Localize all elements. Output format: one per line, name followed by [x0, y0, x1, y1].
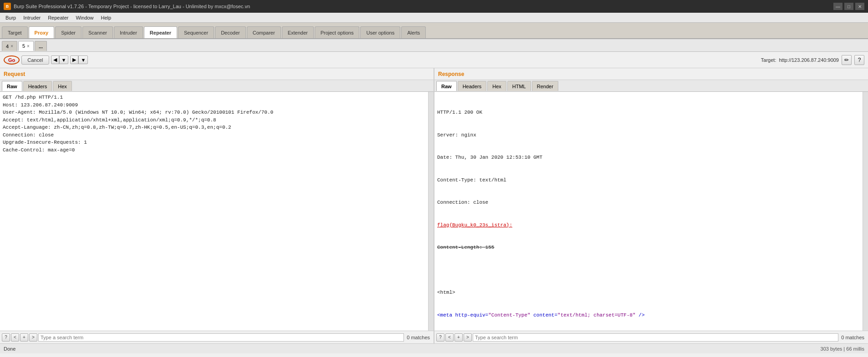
tab-extender[interactable]: Extender: [282, 26, 314, 38]
cancel-button[interactable]: Cancel: [21, 55, 49, 65]
response-tab-render[interactable]: Render: [532, 81, 558, 91]
response-line-2: Date: Thu, 30 Jan 2020 12:53:10 GMT: [437, 154, 860, 161]
tab-proxy[interactable]: Proxy: [29, 26, 55, 38]
target-label: Target:: [761, 57, 776, 63]
menu-window[interactable]: Window: [72, 14, 97, 21]
target-edit-button[interactable]: ✏: [842, 55, 852, 65]
request-tab-headers[interactable]: Headers: [23, 81, 52, 91]
request-search-help[interactable]: ?: [2, 333, 10, 342]
response-line-7: <html>: [437, 289, 860, 297]
menu-repeater[interactable]: Repeater: [44, 14, 72, 21]
response-search-matches: 0 matches: [839, 335, 866, 340]
response-search-help[interactable]: ?: [436, 333, 444, 342]
target-help-button[interactable]: ?: [854, 55, 864, 65]
menu-help[interactable]: Help: [97, 14, 115, 21]
nav-next-down-button[interactable]: ▼: [78, 55, 88, 64]
request-tab-hex[interactable]: Hex: [53, 81, 72, 91]
request-search-next[interactable]: >: [29, 333, 37, 342]
tab-sequencer[interactable]: Sequencer: [178, 26, 214, 38]
status-right: 303 bytes | 66 millis: [821, 346, 864, 352]
response-search-prev[interactable]: <: [445, 333, 454, 342]
response-panel-header: Response: [434, 68, 868, 80]
go-button[interactable]: Go: [4, 55, 20, 65]
response-search-next[interactable]: >: [464, 333, 472, 342]
target-info: Target: http://123.206.87.240:9009 ✏ ?: [761, 55, 864, 65]
tab-comparer[interactable]: Comparer: [247, 26, 281, 38]
tab-intruder[interactable]: Intruder: [114, 26, 143, 38]
response-search-input[interactable]: [473, 333, 838, 342]
response-line-6: Content-Length: 155: [437, 244, 860, 251]
repeater-tab-5-label: 5: [22, 43, 25, 49]
response-panel-title: Response: [438, 71, 464, 77]
app-icon: B: [4, 3, 11, 10]
response-line-8: <meta http-equiv="Content-Type" content=…: [437, 312, 860, 319]
repeater-tab-4-label: 4: [6, 44, 9, 49]
request-search-bar: ? < + > 0 matches: [0, 331, 434, 343]
toolbar: Go Cancel ◀ ▼ ▶ ▼ Target: http://123.206…: [0, 52, 868, 68]
response-panel-body: HTTP/1.1 200 OK Server: nginx Date: Thu,…: [434, 92, 868, 343]
maximize-button[interactable]: □: [844, 3, 853, 10]
tab-spider[interactable]: Spider: [55, 26, 82, 38]
repeater-tab-4-close[interactable]: ×: [10, 44, 13, 49]
response-tab-raw[interactable]: Raw: [436, 81, 457, 91]
request-search-prev[interactable]: <: [11, 333, 19, 342]
nav-prev-down-button[interactable]: ▼: [59, 55, 69, 64]
repeater-tab-4[interactable]: 4 ×: [2, 41, 17, 51]
nav-next-button[interactable]: ▶: [70, 55, 78, 64]
tab-project-options[interactable]: Project options: [315, 26, 360, 38]
response-scrollbar[interactable]: [863, 92, 868, 331]
repeater-tab-row: 4 × 5 × ...: [0, 39, 868, 52]
request-search-add[interactable]: +: [20, 333, 28, 342]
request-panel-header: Request: [0, 68, 434, 80]
title-bar-title: Burp Suite Professional v1.7.26 - Tempor…: [14, 4, 833, 9]
response-tab-html[interactable]: HTML: [507, 81, 531, 91]
tab-alerts[interactable]: Alerts: [401, 26, 426, 38]
title-bar: B Burp Suite Professional v1.7.26 - Temp…: [0, 0, 868, 13]
response-line-3: Content-Type: text/html: [437, 176, 860, 184]
repeater-tab-5-close[interactable]: ×: [27, 44, 30, 49]
tab-scanner[interactable]: Scanner: [82, 26, 113, 38]
menu-bar: Burp Intruder Repeater Window Help: [0, 13, 868, 23]
request-scrollbar[interactable]: [428, 92, 434, 331]
response-line-0: HTTP/1.1 200 OK: [437, 109, 860, 116]
minimize-button[interactable]: —: [833, 3, 842, 10]
request-search-matches: 0 matches: [405, 335, 432, 340]
response-sub-tab-bar: Raw Headers Hex HTML Render: [434, 80, 868, 92]
target-value: http://123.206.87.240:9009: [779, 57, 839, 63]
repeater-tab-5[interactable]: 5 ×: [18, 41, 34, 51]
response-text-area[interactable]: HTTP/1.1 200 OK Server: nginx Date: Thu,…: [434, 92, 863, 331]
nav-prev-button[interactable]: ◀: [51, 55, 59, 64]
repeater-tab-more[interactable]: ...: [35, 41, 47, 51]
request-tab-raw[interactable]: Raw: [2, 81, 22, 91]
response-line-blank: [437, 266, 860, 274]
request-sub-tab-bar: Raw Headers Hex: [0, 80, 434, 92]
request-search-input[interactable]: [38, 333, 404, 342]
response-line-5: flag{Bugku_k0_23s_istra}:: [437, 221, 860, 229]
main-content: Request Raw Headers Hex GET /hd.php HTTP…: [0, 68, 868, 343]
response-line-1: Server: nginx: [437, 131, 860, 139]
response-panel: Response Raw Headers Hex HTML Render HTT…: [434, 68, 868, 343]
status-bar: Done 303 bytes | 66 millis: [0, 343, 868, 353]
menu-burp[interactable]: Burp: [2, 14, 20, 21]
tab-decoder[interactable]: Decoder: [215, 26, 246, 38]
request-panel-title: Request: [4, 71, 25, 77]
nav-next-group: ▶ ▼: [70, 55, 88, 64]
main-tab-bar: Target Proxy Spider Scanner Intruder Rep…: [0, 23, 868, 39]
response-line-4: Connection: close: [437, 199, 860, 206]
nav-prev-group: ◀ ▼: [51, 55, 69, 64]
response-tab-hex[interactable]: Hex: [487, 81, 506, 91]
response-search-add[interactable]: +: [454, 333, 463, 342]
close-button[interactable]: ✕: [855, 3, 864, 10]
title-bar-controls: — □ ✕: [833, 3, 864, 10]
tab-target[interactable]: Target: [2, 26, 28, 38]
response-search-bar: ? < + > 0 matches: [434, 331, 868, 343]
response-tab-headers[interactable]: Headers: [458, 81, 487, 91]
tab-user-options[interactable]: User options: [360, 26, 400, 38]
request-panel: Request Raw Headers Hex GET /hd.php HTTP…: [0, 68, 434, 343]
status-text: Done: [4, 346, 15, 352]
request-text-area[interactable]: GET /hd.php HTTP/1.1 Host: 123.206.87.24…: [0, 92, 428, 331]
request-panel-body: GET /hd.php HTTP/1.1 Host: 123.206.87.24…: [0, 92, 434, 343]
menu-intruder[interactable]: Intruder: [20, 14, 44, 21]
tab-repeater[interactable]: Repeater: [144, 26, 177, 38]
